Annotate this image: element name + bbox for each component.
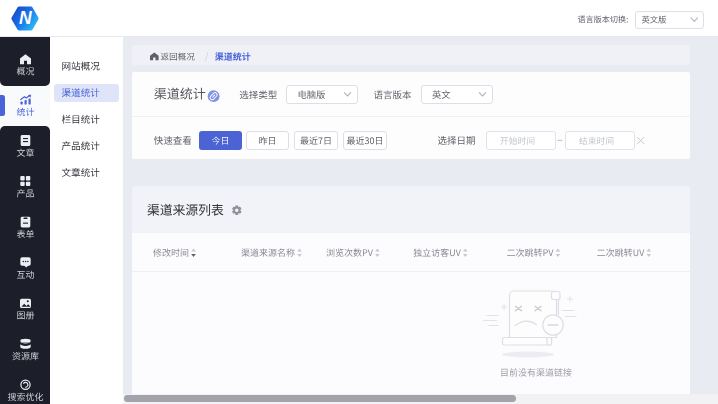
svg-text:N: N <box>19 8 32 28</box>
